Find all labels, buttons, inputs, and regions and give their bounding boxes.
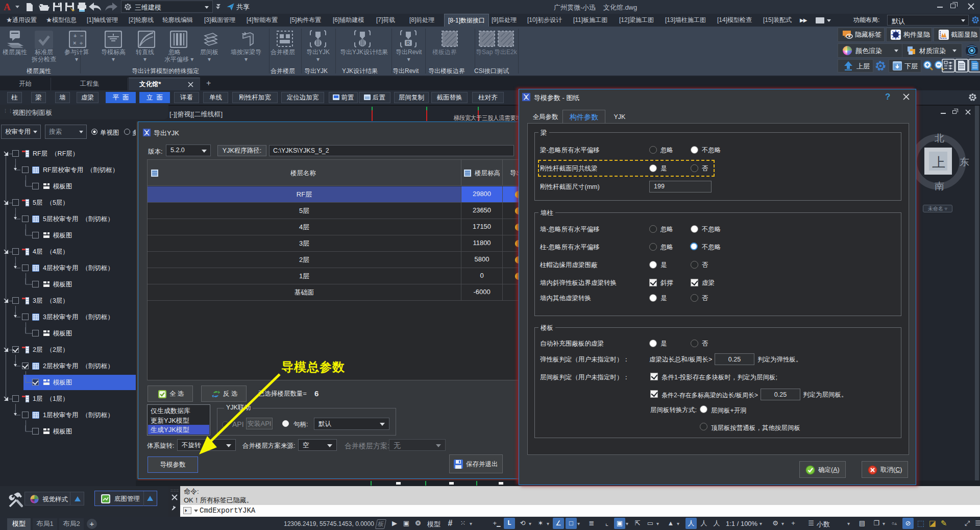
svg-text:南: 南 bbox=[935, 181, 944, 191]
svg-text:×: × bbox=[73, 40, 76, 46]
svg-text:R: R bbox=[406, 40, 410, 46]
svg-text:北: 北 bbox=[935, 133, 944, 143]
svg-text:−: − bbox=[80, 33, 83, 39]
svg-text:÷: ÷ bbox=[80, 40, 83, 46]
svg-text:+: + bbox=[74, 33, 77, 39]
svg-text:东: 东 bbox=[960, 157, 969, 167]
svg-text:上: 上 bbox=[932, 155, 945, 170]
